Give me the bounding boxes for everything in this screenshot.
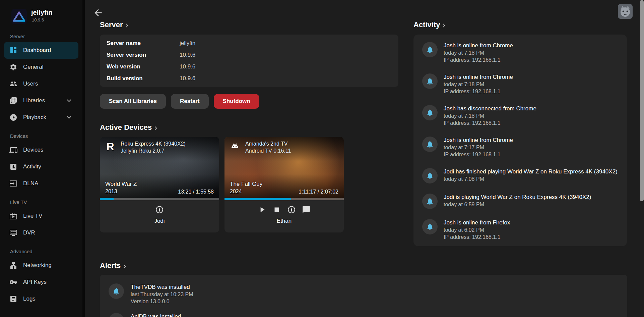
server-heading-label: Server	[100, 20, 123, 29]
scan-all-libraries-button[interactable]: Scan All Libraries	[100, 94, 166, 109]
device-name: Amanda's 2nd TV	[245, 140, 291, 147]
activity-item: Josh is online from Chrome today at 7:17…	[422, 137, 618, 158]
dlna-icon	[9, 179, 17, 188]
playback-icon	[9, 113, 17, 121]
info-icon[interactable]	[287, 205, 296, 214]
playback-progress-bar	[224, 198, 344, 200]
sidebar-item-label: Dashboard	[23, 47, 51, 54]
sidebar-item-devices[interactable]: Devices	[4, 142, 78, 158]
bell-icon	[422, 73, 438, 89]
activity-time: today at 7:18 PM	[444, 112, 536, 119]
alert-detail: Version 13.0.0.0	[131, 298, 193, 305]
user-avatar[interactable]	[618, 4, 633, 19]
devices-icon	[9, 146, 17, 154]
info-icon[interactable]	[155, 205, 164, 214]
server-section-heading[interactable]: Server	[100, 20, 131, 29]
sidebar-item-activity[interactable]: Activity	[4, 158, 78, 175]
activity-time: today at 7:18 PM	[444, 49, 513, 56]
activity-item: Josh is online from Chrome today at 7:18…	[422, 73, 618, 95]
sidebar-item-api-keys[interactable]: API Keys	[4, 274, 78, 290]
activity-ip: IP address: 192.168.1.1	[444, 119, 536, 126]
activity-item: Jodi is playing World War Z on Roku Expr…	[422, 194, 618, 209]
now-playing-backdrop: R Roku Express 4K (3940X2) Jellyfin Roku…	[100, 137, 219, 200]
server-actions: Scan All Libraries Restart Shutdown	[100, 94, 259, 109]
activity-time: today at 7:08 PM	[444, 175, 618, 182]
page-scrollbar[interactable]	[640, 0, 644, 317]
activity-item: Josh is online from Chrome today at 7:18…	[422, 42, 618, 63]
device-actions	[100, 200, 219, 214]
nav-section-advanced: Advanced	[0, 241, 82, 257]
info-label: Web version	[107, 63, 180, 70]
playback-progress-fill	[100, 198, 114, 200]
sidebar-item-label: Activity	[23, 163, 41, 170]
activity-item: Jodi has finished playing World War Z on…	[422, 168, 618, 183]
activity-time: today at 6:59 PM	[444, 201, 591, 208]
scrollbar-thumb[interactable]	[640, 0, 644, 201]
sidebar-item-users[interactable]: Users	[4, 75, 78, 92]
sidebar-item-label: DVR	[23, 229, 35, 236]
bell-icon	[422, 219, 438, 234]
sidebar-item-logs[interactable]: Logs	[4, 290, 78, 307]
play-icon[interactable]	[258, 205, 266, 214]
activity-label: Activity	[413, 20, 440, 29]
activity-title: Jodi has finished playing World War Z on…	[444, 168, 618, 175]
activity-title: Josh has disconnected from Chrome	[444, 105, 536, 112]
sidebar-item-dvr[interactable]: DVR	[4, 224, 78, 241]
stop-icon[interactable]	[272, 205, 281, 214]
device-name: Roku Express 4K (3940X2)	[121, 140, 186, 147]
playback-progress-fill	[224, 198, 291, 200]
bell-icon	[109, 313, 124, 317]
activity-ip: IP address: 192.168.1.1	[444, 233, 510, 241]
session-user: Ethan	[224, 218, 344, 224]
sidebar-item-dashboard[interactable]: Dashboard	[4, 42, 78, 59]
shutdown-button[interactable]: Shutdown	[214, 94, 259, 109]
app-brand: jellyfin 10.9.6	[0, 0, 82, 26]
active-devices-heading[interactable]: Active Devices	[100, 123, 159, 132]
info-label: Build version	[107, 75, 180, 82]
sidebar-item-label: Playback	[23, 114, 46, 121]
chat-icon[interactable]	[302, 205, 311, 214]
server-info-row: Build version 10.9.6	[107, 72, 392, 84]
media-meta: World War Z 2013 13:21 / 1:55:58	[105, 180, 214, 195]
playback-time: 1:11:17 / 2:07:02	[299, 189, 338, 195]
activity-title: Jodi is playing World War Z on Roku Expr…	[444, 194, 591, 201]
activity-panel: Josh is online from Chrome today at 7:18…	[413, 35, 627, 246]
device-card-android-tv[interactable]: Amanda's 2nd TV Android TV 0.16.11 The F…	[224, 137, 344, 232]
device-client: Android TV 0.16.11	[245, 147, 291, 154]
avatar-image	[618, 4, 633, 19]
info-label: Server version	[107, 52, 180, 58]
device-card-roku[interactable]: R Roku Express 4K (3940X2) Jellyfin Roku…	[100, 137, 219, 232]
chevron-right-icon	[123, 22, 131, 29]
libraries-icon	[9, 97, 17, 105]
dvr-icon	[9, 229, 17, 237]
nav-section-devices: Devices	[0, 126, 82, 142]
activity-time: today at 7:18 PM	[444, 81, 513, 88]
restart-button[interactable]: Restart	[171, 94, 209, 109]
sidebar-item-live-tv[interactable]: Live TV	[4, 208, 78, 224]
bell-icon	[422, 137, 438, 152]
app-name: jellyfin	[31, 9, 52, 16]
sidebar-item-networking[interactable]: Networking	[4, 257, 78, 274]
alert-item: AniDB was installed	[100, 309, 627, 317]
sidebar-item-playback[interactable]: Playback	[4, 109, 78, 126]
main-content: Server Server name jellyfin Server versi…	[85, 0, 644, 317]
activity-title: Josh is online from Chrome	[444, 42, 513, 49]
active-devices-row: R Roku Express 4K (3940X2) Jellyfin Roku…	[100, 137, 344, 232]
live-tv-icon	[9, 212, 17, 220]
activity-title: Josh is online from Chrome	[444, 73, 513, 81]
sidebar-item-general[interactable]: General	[4, 59, 78, 75]
sidebar-item-label: Live TV	[23, 213, 42, 219]
back-arrow-icon[interactable]	[93, 7, 104, 18]
alert-title: AniDB was installed	[131, 313, 181, 317]
alerts-heading[interactable]: Alerts	[100, 261, 128, 270]
activity-item: Josh has disconnected from Chrome today …	[422, 105, 618, 126]
now-playing-backdrop: Amanda's 2nd TV Android TV 0.16.11 The F…	[224, 137, 344, 200]
server-info-row: Server version 10.9.6	[107, 49, 392, 61]
activity-heading[interactable]: Activity	[413, 20, 448, 29]
sidebar-item-libraries[interactable]: Libraries	[4, 92, 78, 109]
activity-ip: IP address: 192.168.1.1	[444, 56, 513, 63]
chevron-down-icon	[65, 97, 73, 105]
sidebar-item-dlna[interactable]: DLNA	[4, 175, 78, 192]
sidebar-item-label: Libraries	[23, 97, 45, 104]
info-value: 10.9.6	[180, 75, 195, 82]
